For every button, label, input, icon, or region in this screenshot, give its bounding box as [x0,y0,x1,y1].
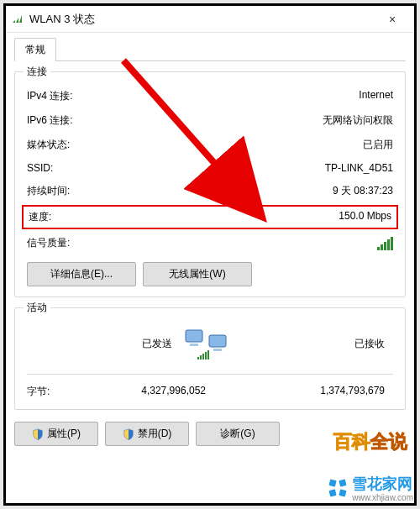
svg-rect-6 [202,354,204,359]
wifi-icon [11,13,24,26]
wireless-properties-button[interactable]: 无线属性(W) [143,262,252,286]
ipv4-row: IPv4 连接: Internet [27,84,393,108]
close-button[interactable]: × [375,7,409,32]
connection-group-title: 连接 [24,65,50,79]
svg-rect-5 [200,355,202,359]
ipv6-value: 无网络访问权限 [323,113,393,128]
speed-row: 速度: 150.0 Mbps [22,205,398,229]
signal-bars-icon [377,237,393,250]
details-button[interactable]: 详细信息(E)... [27,262,136,286]
received-label: 已接收 [239,337,393,351]
connection-group: 连接 IPv4 连接: Internet IPv6 连接: 无网络访问权限 媒体… [14,71,406,297]
signal-quality-label: 信号质量: [27,236,70,250]
network-activity-icon [181,323,231,364]
sent-label: 已发送 [27,337,181,351]
snowflake-logo-icon [327,477,349,499]
bytes-received-value: 1,374,793,679 [273,385,393,399]
signal-quality-row: 信号质量: [27,231,393,259]
ssid-row: SSID: TP-LINK_4D51 [27,157,393,179]
watermark-text: 雪花家网 [352,475,412,492]
speed-value: 150.0 Mbps [339,210,391,224]
tab-strip: 常规 [14,38,406,61]
window-title: WLAN 3 状态 [29,12,375,27]
svg-rect-1 [190,344,198,346]
properties-button[interactable]: 属性(P) [14,422,98,446]
wlan-status-window: WLAN 3 状态 × 常规 连接 IPv4 连接: Internet IPv6… [6,6,414,503]
speed-label: 速度: [29,210,51,224]
bytes-label: 字节: [27,385,94,399]
media-state-value: 已启用 [363,138,393,152]
ipv6-row: IPv6 连接: 无网络访问权限 [27,108,393,133]
bytes-sent-value: 4,327,996,052 [94,385,214,399]
shield-icon [32,428,44,440]
duration-row: 持续时间: 9 天 08:37:23 [27,179,393,203]
tab-general[interactable]: 常规 [14,38,56,61]
site-watermark: 雪花家网 www.xhjiaw.com [327,474,413,502]
bytes-row: 字节: 4,327,996,052 1,374,793,679 [27,381,393,399]
ssid-value: TP-LINK_4D51 [325,162,393,174]
svg-rect-13 [339,489,347,496]
duration-label: 持续时间: [27,184,70,198]
media-state-label: 媒体状态: [27,138,70,152]
svg-rect-10 [329,479,337,486]
ssid-label: SSID: [27,162,53,174]
svg-rect-8 [207,350,209,359]
properties-button-label: 属性(P) [47,427,81,441]
ipv6-label: IPv6 连接: [27,113,73,128]
watermark-url: www.xhjiaw.com [352,494,413,502]
svg-rect-7 [205,352,207,359]
diagnose-button[interactable]: 诊断(G) [196,422,280,446]
ipv4-value: Internet [359,89,393,103]
duration-value: 9 天 08:37:23 [333,184,393,198]
media-state-row: 媒体状态: 已启用 [27,133,393,157]
ipv4-label: IPv4 连接: [27,89,73,103]
activity-group: 活动 已发送 [14,307,406,410]
svg-rect-4 [197,357,199,359]
diagnose-button-label: 诊断(G) [220,427,255,441]
titlebar: WLAN 3 状态 × [6,6,414,33]
activity-group-title: 活动 [24,301,50,315]
disable-button-label: 禁用(D) [138,427,172,441]
disable-button[interactable]: 禁用(D) [105,422,189,446]
svg-rect-2 [209,335,226,347]
svg-rect-12 [329,489,337,496]
svg-rect-11 [339,479,347,486]
svg-rect-3 [213,349,222,351]
shield-icon [123,428,134,440]
svg-rect-0 [186,330,202,342]
